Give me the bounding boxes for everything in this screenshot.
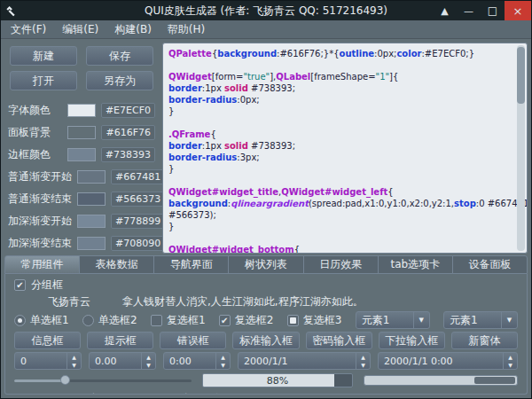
- spinbox-5[interactable]: 2000/1/1 0:00▲▼: [378, 352, 518, 370]
- color-row-5: 普通渐变结束#566373: [8, 188, 155, 210]
- spin-down-icon[interactable]: ▼: [142, 361, 155, 369]
- demo-button-5[interactable]: 密码输入框: [306, 332, 372, 349]
- close-icon[interactable]: ×: [505, 1, 531, 20]
- tab-4[interactable]: 树状列表: [228, 255, 303, 274]
- spin-down-icon[interactable]: ▼: [356, 361, 370, 369]
- color-swatch[interactable]: [77, 192, 106, 206]
- menu-bar: 文件(F)编辑(E)构建(B)帮助(H): [1, 20, 531, 39]
- color-row-label: 普通渐变开始: [8, 169, 72, 184]
- spin-arrows: ▲▼: [66, 353, 81, 369]
- spin-up-icon[interactable]: ▲: [356, 353, 370, 361]
- color-hex-input[interactable]: #778899: [111, 214, 165, 229]
- combo-box-1[interactable]: 元素1▼: [356, 311, 430, 329]
- color-swatch[interactable]: [77, 237, 106, 250]
- code-line-5: border-radius:0px;: [168, 94, 512, 106]
- hammer-icon: [1, 5, 20, 17]
- demo-button-3[interactable]: 错误框: [160, 332, 226, 349]
- pin-top-icon[interactable]: ▲: [433, 1, 457, 20]
- slider-handle[interactable]: [60, 375, 70, 385]
- spinbox-1[interactable]: 0▲▼: [14, 352, 82, 370]
- demo-button-6[interactable]: 下拉输入框: [379, 332, 445, 349]
- spin-up-icon[interactable]: ▲: [504, 353, 517, 361]
- groupbox-label: 分组框: [31, 278, 63, 293]
- action-button-2[interactable]: 保存: [86, 46, 153, 66]
- menu-item-4[interactable]: 帮助(H): [160, 20, 213, 39]
- menu-item-1[interactable]: 文件(F): [3, 20, 54, 39]
- menu-item-2[interactable]: 编辑(E): [54, 20, 106, 39]
- menu-item-3[interactable]: 构建(B): [106, 20, 160, 39]
- color-swatch[interactable]: [67, 148, 96, 161]
- main-content: 新建保存打开另存为 字体颜色#E7ECF0面板背景#616F76边框颜色#738…: [1, 39, 531, 398]
- checkbox-option-2[interactable]: ✔复选框2: [219, 313, 274, 328]
- code-line-6: }: [168, 106, 512, 117]
- spin-arrows: ▲▼: [356, 353, 370, 369]
- demo-button-2[interactable]: 提示框: [87, 332, 153, 349]
- code-line-18: QWidget#widget_bottom{: [168, 244, 512, 254]
- checkbox-label: 复选框1: [167, 313, 206, 328]
- checkbox-option-1[interactable]: 复选框1: [151, 313, 206, 328]
- color-hex-input[interactable]: #616F76: [101, 125, 155, 140]
- top-area: 新建保存打开另存为 字体颜色#E7ECF0面板背景#616F76边框颜色#738…: [4, 43, 528, 254]
- color-hex-input[interactable]: #E7ECF0: [101, 103, 155, 118]
- spin-up-icon[interactable]: ▲: [216, 353, 230, 361]
- color-row-label: 普通渐变结束: [8, 192, 72, 207]
- code-line-3: QWidget[form="true"],QLabel[frameShape="…: [168, 71, 512, 82]
- checkbox-icon: [151, 315, 162, 326]
- tab-6[interactable]: tab选项卡: [378, 255, 453, 274]
- code-editor[interactable]: QPalette{background:#616F76;}*{outline:0…: [162, 43, 528, 254]
- code-editor-content: QPalette{background:#616F76;}*{outline:0…: [168, 48, 512, 254]
- demo-button-4[interactable]: 标准输入框: [232, 332, 299, 349]
- combo-box-2[interactable]: 元素1▼: [443, 311, 518, 329]
- color-row-3: 边框颜色#738393: [8, 144, 155, 166]
- partial-check-mark: [290, 317, 296, 324]
- tab-1[interactable]: 常用组件: [4, 255, 80, 274]
- combo-value: 元素1: [356, 313, 413, 328]
- code-line-13: QWidget#widget_title,QWidget#widget_left…: [168, 186, 512, 198]
- color-swatch[interactable]: [67, 104, 96, 117]
- spin-up-icon[interactable]: ▲: [67, 353, 81, 361]
- horizontal-scrollbar[interactable]: [364, 375, 518, 386]
- checkbox-option-3[interactable]: 复选框3: [287, 313, 342, 328]
- slider[interactable]: [14, 372, 192, 388]
- spinbox-2[interactable]: 0.00▲▼: [89, 352, 156, 370]
- color-swatch[interactable]: [67, 126, 96, 139]
- action-button-3[interactable]: 打开: [10, 71, 77, 90]
- code-line-10: border-radius:3px;: [168, 152, 512, 163]
- checkbox-icon: ✔: [219, 315, 231, 326]
- radio-option-1[interactable]: 单选框1: [14, 313, 69, 328]
- action-button-1[interactable]: 新建: [10, 46, 77, 66]
- tab-2[interactable]: 表格数据: [79, 255, 154, 274]
- editor-scrollbar[interactable]: [517, 45, 525, 251]
- spinbox-4[interactable]: 2000/1/1▲▼: [238, 352, 371, 370]
- demo-button-1[interactable]: 信息框: [14, 332, 81, 349]
- color-swatch[interactable]: [77, 215, 106, 228]
- color-row-label: 加深渐变结束: [8, 236, 72, 251]
- spin-up-icon[interactable]: ▲: [142, 353, 155, 361]
- color-hex-input[interactable]: #708090: [111, 236, 165, 251]
- color-hex-input[interactable]: #667481: [111, 169, 165, 184]
- spin-arrows: ▲▼: [503, 353, 517, 369]
- demo-button-7[interactable]: 新窗体: [451, 332, 518, 349]
- maximize-icon[interactable]: □: [481, 1, 505, 20]
- horizontal-scrollbar-handle[interactable]: [474, 377, 515, 384]
- action-button-4[interactable]: 另存为: [86, 71, 153, 90]
- tab-3[interactable]: 导航界面: [153, 255, 229, 274]
- color-hex-input[interactable]: #738393: [101, 147, 155, 162]
- groupbox-checkbox[interactable]: ✔: [14, 279, 26, 291]
- radio-option-2[interactable]: 单选框2: [82, 313, 137, 328]
- spin-down-icon[interactable]: ▼: [216, 361, 230, 369]
- tab-7[interactable]: 设备面板: [452, 255, 528, 274]
- spinbox-3[interactable]: 0:00▲▼: [163, 352, 231, 370]
- spin-down-icon[interactable]: ▼: [67, 361, 81, 369]
- minimize-icon[interactable]: —: [457, 1, 481, 20]
- spin-down-icon[interactable]: ▼: [504, 361, 517, 369]
- scrollbar-thumb[interactable]: [517, 47, 525, 104]
- color-row-4: 普通渐变开始#667481: [8, 166, 155, 188]
- tab-5[interactable]: 日历效果: [303, 255, 379, 274]
- radio-label: 单选框1: [30, 313, 69, 328]
- code-line-16: }: [168, 221, 512, 232]
- color-hex-input[interactable]: #566373: [111, 192, 165, 207]
- color-swatch[interactable]: [77, 170, 106, 184]
- check-icon: ✔: [16, 280, 23, 290]
- color-row-label: 边框颜色: [8, 147, 62, 162]
